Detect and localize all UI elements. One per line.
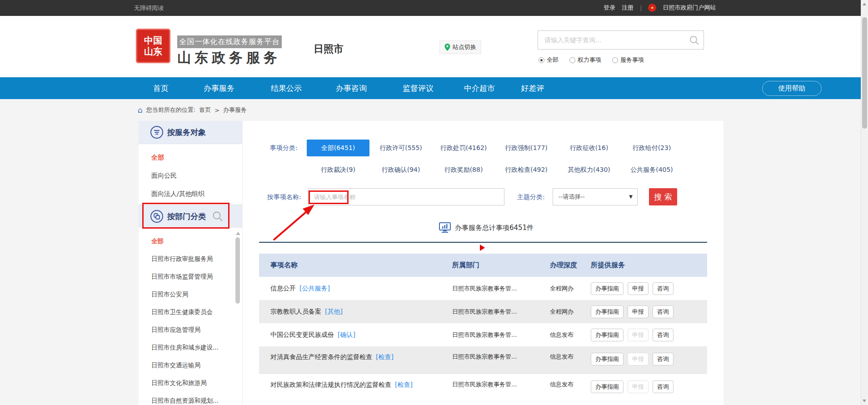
category-tab[interactable]: 行政检查(492)	[495, 161, 558, 178]
consult-button[interactable]: 咨询	[653, 380, 673, 393]
consult-button[interactable]: 咨询	[653, 329, 673, 341]
nav-item-results[interactable]: 结果公示	[271, 77, 302, 99]
apply-button-disabled: 申报	[628, 353, 649, 365]
category-tab[interactable]: 行政强制(177)	[495, 140, 558, 156]
consult-button[interactable]: 咨询	[653, 282, 673, 295]
list-circle-icon	[150, 126, 163, 139]
sidebar-item-citizen[interactable]: 面向公民	[151, 166, 205, 185]
department-circle-icon	[150, 210, 163, 223]
consult-button[interactable]: 咨询	[653, 305, 673, 318]
category-tab[interactable]: 行政奖励(88)	[432, 161, 495, 178]
item-dept: 日照市民族宗教事务管...	[452, 353, 550, 361]
guide-button[interactable]: 办事指南	[591, 353, 624, 365]
department-search-icon[interactable]	[212, 211, 223, 222]
section-title: 按服务对象	[167, 127, 206, 138]
topbar-right: 登录 注册 | ★ 日照市政府门户网站	[604, 4, 716, 12]
col-header-depth: 办理深度	[550, 261, 591, 270]
page-scrollbar-track[interactable]	[861, 0, 868, 405]
portal-link[interactable]: 日照市政府门户网站	[663, 4, 716, 12]
category-tab[interactable]: 行政处罚(4162)	[432, 140, 495, 156]
dept-item[interactable]: 日照市市场监督管理局	[151, 268, 219, 285]
sidebar-scrollbar[interactable]	[235, 237, 240, 304]
guide-button[interactable]: 办事指南	[591, 329, 624, 341]
table-row: 对清真食品生产经营条件的监督检查[检查] 日照市民族宗教事务管... 信息发布 …	[259, 346, 707, 374]
sidebar-scroll-up-icon[interactable]	[236, 232, 240, 235]
dept-item[interactable]: 日照市交通运输局	[151, 356, 219, 374]
scope-radio-power[interactable]: 权力事项	[569, 56, 601, 64]
sidebar-section-service-target[interactable]: 按服务对象	[139, 121, 242, 144]
item-name: 对清真食品生产经营条件的监督检查	[270, 353, 372, 360]
section-title: 按部门分类	[167, 211, 206, 222]
scroll-down-icon[interactable]	[863, 400, 866, 402]
table-row: 宗教教职人员备案[其他] 日照市民族宗教事务管... 全程网办 办事指南 申报 …	[259, 300, 707, 323]
apply-button[interactable]: 申报	[628, 305, 649, 318]
breadcrumb-current[interactable]: 办事服务	[223, 106, 247, 114]
dept-item[interactable]: 日照市自然资源和规划...	[151, 392, 219, 405]
keyword-search-input[interactable]	[538, 31, 688, 49]
category-tab[interactable]: 公共服务(405)	[620, 161, 683, 178]
sidebar-item-legal-person[interactable]: 面向法人/其他组织	[151, 185, 205, 203]
dept-item[interactable]: 日照市公安局	[151, 285, 219, 303]
scope-radio-service[interactable]: 服务事项	[612, 56, 644, 64]
accessibility-link[interactable]: 无障碍阅读	[134, 4, 164, 12]
category-row-2: 行政裁决(9) 行政确认(94) 行政奖励(88) 行政检查(492) 其他权力…	[307, 161, 683, 178]
sidebar-item-all[interactable]: 全部	[151, 148, 205, 166]
dept-item[interactable]: 日照市应急管理局	[151, 321, 219, 339]
dept-item[interactable]: 日照市住房和城乡建设...	[151, 339, 219, 356]
item-name-input[interactable]	[308, 188, 504, 205]
nav-item-rating[interactable]: 好差评	[521, 77, 544, 99]
nav-item-supervision[interactable]: 监督评议	[403, 77, 434, 99]
item-tag-link[interactable]: [其他]	[325, 308, 343, 315]
apply-button[interactable]: 申报	[628, 282, 649, 295]
sidebar-section-department[interactable]: 按部门分类	[139, 205, 242, 228]
item-tag-link[interactable]: [公共服务]	[299, 285, 330, 292]
breadcrumb: ⌂ 您当前所在的位置: 首页 > 办事服务	[138, 105, 247, 115]
category-tab[interactable]: 其他权力(430)	[558, 161, 620, 178]
item-tag-link[interactable]: [检查]	[376, 353, 394, 360]
site-switch-button[interactable]: 站点切换	[439, 40, 481, 54]
help-button[interactable]: 使用帮助	[762, 81, 822, 96]
table-header-row: 事项名称 所属部门 办理深度 所提供服务	[259, 254, 707, 277]
nav-item-intermediary[interactable]: 中介超市	[464, 77, 495, 99]
nav-item-consult[interactable]: 办事咨询	[336, 77, 367, 99]
nav-item-home[interactable]: 首页	[153, 77, 169, 99]
page-scrollbar-thumb[interactable]	[862, 17, 867, 129]
scope-radio-all[interactable]: 全部	[539, 56, 559, 64]
category-tab[interactable]: 行政裁决(9)	[307, 161, 369, 178]
platform-tagline: 全国一体化在线政务服务平台	[177, 35, 282, 48]
category-tab[interactable]: 行政许可(555)	[369, 140, 432, 156]
dept-item[interactable]: 日照市行政审批服务局	[151, 250, 219, 268]
category-row-1: 全部(6451) 行政许可(555) 行政处罚(4162) 行政强制(177) …	[307, 140, 683, 156]
category-tab-all[interactable]: 全部(6451)	[307, 140, 369, 156]
item-tag-link[interactable]: [检查]	[395, 381, 413, 388]
topic-select[interactable]: --请选择-- ▼	[553, 188, 638, 205]
search-button[interactable]: 搜 索	[649, 188, 677, 205]
register-link[interactable]: 注册	[622, 4, 634, 12]
apply-button-disabled: 申报	[628, 329, 649, 341]
department-list: 全部 日照市行政审批服务局 日照市市场监督管理局 日照市公安局 日照市卫生健康委…	[151, 232, 219, 405]
category-tab[interactable]: 行政给付(23)	[620, 140, 683, 156]
home-icon: ⌂	[138, 106, 143, 114]
login-link[interactable]: 登录	[604, 4, 615, 12]
chevron-down-icon: ▼	[629, 189, 633, 205]
guide-button[interactable]: 办事指南	[591, 282, 624, 295]
dept-item-all[interactable]: 全部	[151, 232, 219, 250]
guide-button[interactable]: 办事指南	[591, 380, 624, 393]
breadcrumb-home-link[interactable]: 首页	[199, 106, 211, 114]
item-name: 宗教教职人员备案	[270, 308, 321, 315]
search-icon[interactable]	[689, 35, 700, 46]
category-tab[interactable]: 行政确认(94)	[369, 161, 432, 178]
content-panel: 按服务对象 全部 面向公民 面向法人/其他组织 按部门分类 全部 日照市行政审批…	[139, 121, 723, 405]
consult-button[interactable]: 咨询	[653, 353, 673, 365]
nav-item-services[interactable]: 办事服务	[204, 77, 234, 99]
keyword-search-box	[538, 30, 704, 50]
guide-button[interactable]: 办事指南	[591, 305, 624, 318]
dept-item[interactable]: 日照市文化和旅游局	[151, 374, 219, 392]
service-target-list: 全部 面向公民 面向法人/其他组织	[151, 148, 205, 203]
dept-item[interactable]: 日照市卫生健康委员会	[151, 303, 219, 321]
table-row: 信息公开[公共服务] 日照市民族宗教事务管... 全程网办 办事指南 申报 咨询	[259, 277, 707, 300]
scroll-up-icon[interactable]	[863, 3, 866, 5]
radio-icon	[569, 57, 575, 63]
category-tab[interactable]: 行政征收(16)	[558, 140, 620, 156]
item-tag-link[interactable]: [确认]	[338, 331, 355, 338]
